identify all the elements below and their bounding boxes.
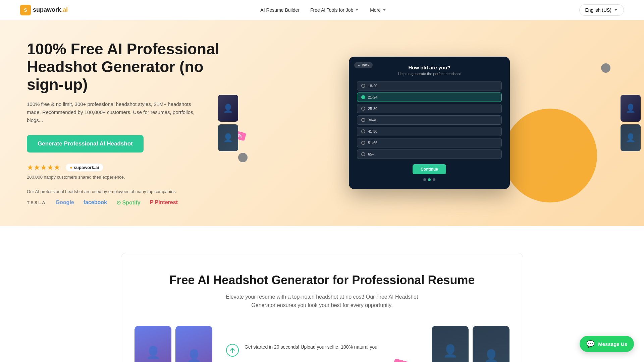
age-option-4[interactable]: 30-40 [357, 115, 502, 125]
age-radio-6 [361, 141, 365, 145]
section2-inner: Free AI Headshot Generator for Professio… [121, 253, 523, 362]
logo[interactable]: S supawork.ai [20, 5, 68, 15]
age-option-7[interactable]: 65+ [357, 149, 502, 159]
age-options: 18-20 21-24 25-30 30-40 41-50 [357, 81, 502, 159]
facebook-logo: facebook [84, 199, 107, 205]
side-faces-left: 👤 👤 [218, 95, 238, 151]
nav-free-tools[interactable]: Free AI Tools for Job [306, 5, 363, 15]
chevron-down-icon [382, 8, 387, 12]
app-screen: ← Back How old are you? Help us generate… [349, 57, 510, 189]
face-thumb-left-2: 👤 [218, 124, 238, 151]
hero-subtitle: 100% free & no limit, 300+ professional … [27, 100, 201, 124]
chevron-down-icon [613, 8, 618, 12]
spotify-logo: ⊙ Spotify [116, 199, 141, 206]
chevron-down-icon [355, 8, 359, 12]
app-continue-button[interactable]: Continue [413, 164, 446, 174]
age-option-2[interactable]: 21-24 [357, 93, 502, 102]
section2-center: Get started in 20 seconds! Upload your s… [226, 344, 418, 362]
section2-title: Free AI Headshot Generator for Professio… [135, 273, 509, 287]
app-screen-subtitle: Help us generate the perfect headshot [357, 72, 502, 76]
dot-3 [433, 178, 435, 181]
age-option-6[interactable]: 51-65 [357, 138, 502, 147]
app-screen-header: How old are you? Help us generate the pe… [357, 65, 502, 76]
age-radio-7 [361, 152, 365, 156]
face-thumb-left-1: 👤 [218, 95, 238, 122]
age-option-5[interactable]: 41-50 [357, 127, 502, 136]
section2: Free AI Headshot Generator for Professio… [0, 226, 644, 362]
nav-more[interactable]: More [366, 5, 391, 15]
whatsapp-label: Message Us [598, 341, 627, 347]
app-screen-title: How old are you? [357, 65, 502, 70]
tesla-logo: TESLA [27, 200, 46, 205]
whatsapp-chat-button[interactable]: 💬 Message Us [580, 336, 634, 352]
rating-row: ★★★★★ ● supawork.ai [27, 163, 241, 172]
companies-label: Our AI professional headshot are used by… [27, 189, 241, 194]
section2-right-wrap: 👤 👤 FREE [432, 326, 509, 362]
cta-wrap: Generate Professional AI Headshot FREE [27, 135, 241, 153]
generate-headshot-button[interactable]: Generate Professional AI Headshot [27, 135, 144, 153]
supawork-badge: ● supawork.ai [66, 164, 103, 171]
hero-title: 100% Free AI Professional Headshot Gener… [27, 40, 241, 94]
nav-ai-resume[interactable]: AI Resume Builder [256, 5, 304, 15]
stars: ★★★★★ [27, 163, 60, 172]
section2-content: 👤 👤 Get started in 20 seconds! Upload yo… [135, 326, 509, 362]
app-back-button[interactable]: ← Back [354, 62, 373, 68]
hero-content: 100% Free AI Professional Headshot Gener… [27, 40, 241, 206]
hero-visual: 👤 👤 ← Back How old are you? Help us gene… [241, 57, 617, 189]
face-thumb-right-2: 👤 [621, 124, 641, 151]
age-option-1[interactable]: 18-20 [357, 81, 502, 90]
deco-circle-gray-bottom [238, 153, 248, 162]
nav-links: AI Resume Builder Free AI Tools for Job … [256, 5, 391, 15]
age-option-3[interactable]: 25-30 [357, 104, 502, 113]
step-item-1: Get started in 20 seconds! Upload your s… [226, 344, 418, 357]
language-selector[interactable]: English (US) [579, 4, 624, 16]
pinterest-logo: P Pinterest [150, 199, 178, 205]
upload-icon [226, 344, 239, 357]
section2-left-headshots: 👤 👤 [135, 326, 212, 362]
section2-right-headshots: 👤 👤 [432, 326, 509, 362]
face-thumb-right-1: 👤 [621, 95, 641, 122]
dot-2 [428, 178, 431, 181]
age-radio-1 [361, 84, 365, 88]
whatsapp-icon: 💬 [586, 340, 595, 348]
deco-circle-orange [503, 109, 597, 202]
age-radio-5 [361, 129, 365, 133]
google-logo: Google [56, 199, 74, 205]
logo-text: supawork.ai [33, 6, 68, 13]
navbar: S supawork.ai AI Resume Builder Free AI … [0, 0, 644, 20]
hero-section: 100% Free AI Professional Headshot Gener… [0, 20, 644, 226]
headshot-card-right-2: 👤 [473, 326, 509, 362]
age-radio-3 [361, 107, 365, 111]
deco-circle-gray-top [601, 63, 610, 73]
logo-icon: S [20, 5, 31, 15]
age-radio-2 [361, 95, 365, 99]
side-faces-right: 👤 👤 [621, 95, 641, 151]
age-radio-4 [361, 118, 365, 122]
section2-subtitle: Elevate your resume with a top-notch hea… [221, 293, 423, 310]
headshot-card-1: 👤 [135, 326, 171, 362]
customers-text: 200,000 happy customers shared their exp… [27, 175, 241, 180]
headshot-card-2: 👤 [175, 326, 212, 362]
step-text-1: Get started in 20 seconds! Upload your s… [245, 344, 379, 351]
company-logos: TESLA Google facebook ⊙ Spotify P Pinter… [27, 199, 241, 206]
dot-1 [423, 178, 426, 181]
headshot-card-right-1: 👤 [432, 326, 469, 362]
progress-dots [357, 178, 502, 181]
